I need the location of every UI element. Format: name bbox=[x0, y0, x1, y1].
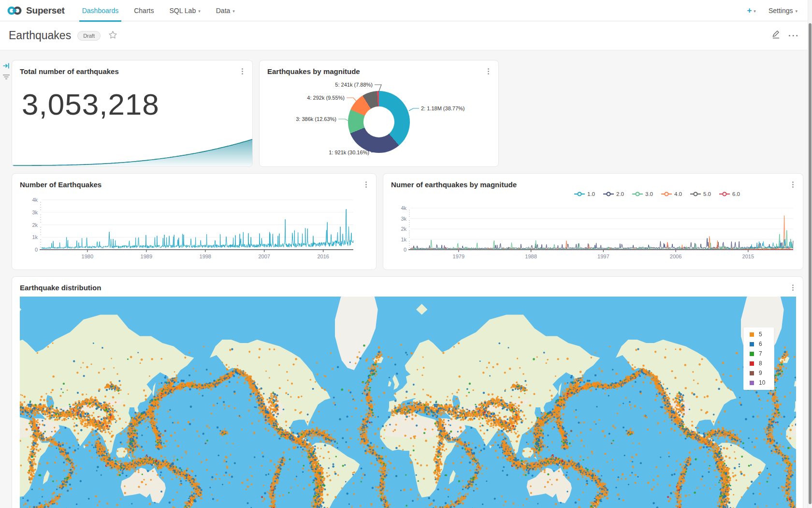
x-tick-label: 2015 bbox=[742, 254, 754, 259]
brand-name: Superset bbox=[26, 5, 65, 16]
legend-label: 10 bbox=[759, 379, 765, 386]
card-earthquake-distribution: Earthquake distribution 5678910 bbox=[12, 276, 803, 508]
x-tick-label: 1989 bbox=[141, 254, 152, 259]
x-tick-label: 1980 bbox=[82, 254, 93, 259]
new-item-button[interactable]: + ▾ bbox=[747, 6, 755, 15]
map-legend-item-9: 9 bbox=[750, 370, 774, 376]
magnitude-series-chart: 01k2k3k4k19791988199720062015 bbox=[383, 174, 803, 270]
x-tick-label: 1998 bbox=[200, 254, 211, 259]
donut-label-5: 5: 241k (7.88%) bbox=[335, 82, 373, 88]
filter-lines-icon[interactable] bbox=[2, 74, 10, 82]
donut-chart: 5: 241k (7.88%) 4: 292k (9.55%) 3: 386k … bbox=[260, 60, 499, 167]
legend-swatch bbox=[750, 361, 754, 366]
y-tick-label: 4k bbox=[32, 197, 38, 203]
more-actions-icon[interactable]: ··· bbox=[788, 31, 799, 41]
nav-item-charts[interactable]: Charts bbox=[126, 0, 161, 21]
card-title: Earthquake distribution bbox=[20, 284, 101, 292]
legend-swatch bbox=[750, 371, 754, 375]
map-legend-item-5: 5 bbox=[750, 331, 774, 338]
legend-swatch bbox=[750, 352, 754, 356]
donut-label-3: 3: 386k (12.63%) bbox=[296, 116, 336, 122]
legend-swatch bbox=[750, 381, 754, 385]
nav-item-sql-lab[interactable]: SQL Lab ▾ bbox=[161, 0, 208, 21]
edit-dashboard-icon[interactable] bbox=[771, 30, 781, 41]
donut-label-4: 4: 292k (9.55%) bbox=[307, 95, 345, 101]
y-tick-label: 2k bbox=[32, 222, 38, 228]
legend-swatch bbox=[750, 332, 754, 337]
map-legend-item-10: 10 bbox=[750, 379, 774, 386]
map-legend-item-8: 8 bbox=[750, 360, 774, 367]
caret-down-icon: ▾ bbox=[754, 9, 756, 14]
card-earthquakes-by-magnitude: Earthquakes by magnitude 5: 241k (7.88%)… bbox=[259, 60, 499, 167]
settings-menu[interactable]: Settings ▾ bbox=[768, 7, 798, 15]
nav-item-dashboards[interactable]: Dashboards bbox=[74, 0, 127, 21]
x-tick-label: 1979 bbox=[453, 254, 464, 259]
main-nav: Dashboards Charts SQL Lab ▾ Data ▾ bbox=[74, 0, 243, 21]
legend-label: 5 bbox=[759, 331, 762, 338]
donut-label-1: 1: 921k (30.16%) bbox=[329, 149, 369, 155]
card-earthquakes-by-magnitude-series: Numer of earthquakes by magnitude 1.02.0… bbox=[383, 173, 803, 270]
y-tick-label: 2k bbox=[401, 226, 406, 232]
earthquake-count-chart: 01k2k3k4k19801989199820072016 bbox=[12, 174, 377, 270]
superset-infinity-icon bbox=[7, 4, 22, 17]
legend-swatch bbox=[750, 342, 754, 346]
legend-label: 6 bbox=[759, 341, 762, 347]
y-tick-label: 0 bbox=[35, 247, 38, 253]
caret-down-icon: ▾ bbox=[232, 9, 235, 14]
y-tick-label: 1k bbox=[32, 234, 38, 240]
x-tick-label: 2006 bbox=[670, 254, 682, 259]
caret-down-icon: ▾ bbox=[795, 9, 798, 14]
card-total-earthquakes: Total number of earthquakes 3,053,218 bbox=[12, 60, 253, 167]
draft-badge: Draft bbox=[77, 31, 101, 41]
y-tick-label: 4k bbox=[401, 205, 406, 211]
page-title: Earthquakes bbox=[9, 29, 71, 42]
donut-label-2: 2: 1.18M (38.77%) bbox=[421, 105, 465, 111]
big-number-value: 3,053,218 bbox=[22, 87, 160, 121]
legend-label: 8 bbox=[759, 360, 762, 367]
y-tick-label: 3k bbox=[401, 216, 406, 222]
kebab-menu-icon[interactable] bbox=[239, 67, 246, 75]
scrollbar-thumb[interactable] bbox=[809, 23, 812, 504]
map-legend-item-7: 7 bbox=[750, 350, 774, 357]
caret-down-icon: ▾ bbox=[198, 9, 201, 14]
dashboard-header: Earthquakes Draft ··· bbox=[0, 21, 812, 50]
favorite-star-icon[interactable] bbox=[108, 30, 117, 41]
legend-label: 7 bbox=[759, 350, 762, 357]
y-tick-label: 0 bbox=[404, 247, 406, 253]
map-legend-item-6: 6 bbox=[750, 341, 774, 347]
map-legend: 5678910 bbox=[743, 327, 774, 390]
nav-item-data[interactable]: Data ▾ bbox=[208, 0, 243, 21]
world-map[interactable] bbox=[20, 297, 796, 508]
x-tick-label: 1997 bbox=[597, 254, 609, 259]
superset-logo[interactable]: Superset bbox=[7, 4, 65, 17]
scrollbar-track[interactable] bbox=[808, 0, 812, 508]
card-title: Total number of earthquakes bbox=[20, 67, 119, 75]
x-tick-label: 2007 bbox=[258, 254, 270, 259]
expand-filter-bar-icon[interactable] bbox=[2, 62, 10, 72]
trendline-chart bbox=[12, 137, 252, 166]
x-tick-label: 2016 bbox=[317, 254, 329, 259]
filter-rail bbox=[0, 50, 12, 508]
y-tick-label: 1k bbox=[401, 237, 406, 242]
kebab-menu-icon[interactable] bbox=[789, 283, 796, 292]
x-tick-label: 1988 bbox=[525, 254, 536, 259]
y-tick-label: 3k bbox=[32, 209, 38, 215]
top-navbar: Superset Dashboards Charts SQL Lab ▾ Dat… bbox=[0, 0, 812, 21]
legend-label: 9 bbox=[759, 370, 762, 376]
card-number-of-earthquakes: Number of Earthquakes 01k2k3k4k198019891… bbox=[12, 173, 377, 270]
